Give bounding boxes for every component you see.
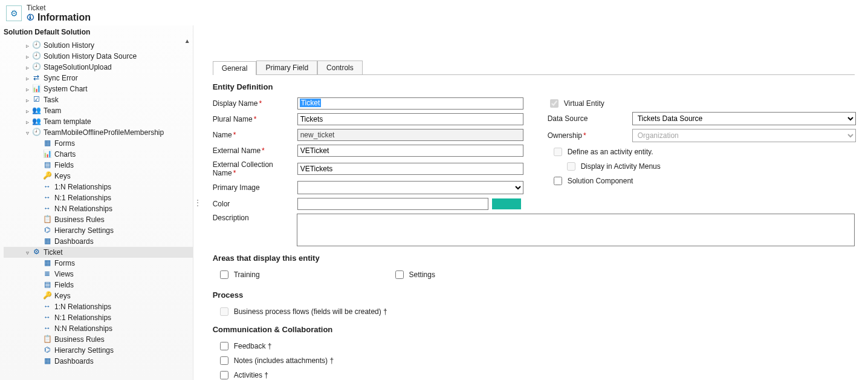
tree-item[interactable]: ↔N:1 Relationships <box>4 192 193 203</box>
tree-item-icon: 🕘 <box>31 62 41 72</box>
tree-item[interactable]: ▿⚙Ticket <box>4 247 193 258</box>
tree-item[interactable]: ▹📊System Chart <box>4 84 193 94</box>
external-coll-input[interactable] <box>297 163 523 175</box>
tree-item[interactable]: ↔N:N Relationships <box>4 323 193 334</box>
solution-component-checkbox[interactable] <box>554 177 562 185</box>
tree-item[interactable]: ↔1:N Relationships <box>4 301 193 312</box>
expand-icon[interactable]: ▹ <box>24 42 30 49</box>
tree-item[interactable]: 📋Business Rules <box>4 334 193 345</box>
tree-item[interactable]: ▹🕘Solution History <box>4 40 193 51</box>
tree-item[interactable]: ▤Fields <box>4 280 193 290</box>
tree-item-icon: ≣ <box>42 269 52 279</box>
bpf-label: Business process flows (fields will be c… <box>234 307 387 316</box>
tree-item-icon: ⌬ <box>42 346 52 355</box>
expand-icon[interactable]: ▹ <box>24 86 30 93</box>
expand-icon[interactable]: ▹ <box>24 119 30 125</box>
tree-item-label: 1:N Relationships <box>54 303 111 311</box>
collapse-caret-icon[interactable]: ▲ <box>184 38 190 44</box>
tree-item-icon: 📊 <box>31 84 41 94</box>
expand-icon[interactable]: ▹ <box>24 64 30 71</box>
tree-item[interactable]: 🔑Keys <box>4 171 193 182</box>
tree-item[interactable]: ⌬Hierarchy Settings <box>4 225 193 236</box>
tree-item-label: Hierarchy Settings <box>54 346 114 355</box>
tree-item[interactable]: ▹👥Team <box>4 105 193 116</box>
tree-item[interactable]: ↔1:N Relationships <box>4 182 193 192</box>
tree-item[interactable]: ▦Dashboards <box>4 356 193 367</box>
solution-component-label: Solution Component <box>568 177 633 185</box>
title-block: Ticket 🛈 Information <box>27 4 91 23</box>
entity-def-columns: Display Name* Ticket Plural Name* Name* … <box>213 97 855 214</box>
name-label: Name <box>213 131 232 139</box>
tree-item-icon: ↔ <box>42 313 52 323</box>
display-activity-menus-checkbox <box>567 162 575 171</box>
expand-icon[interactable]: ▿ <box>24 249 30 256</box>
display-name-input[interactable] <box>297 97 523 110</box>
training-checkbox[interactable] <box>220 270 228 279</box>
tree-item[interactable]: ≣Views <box>4 269 193 280</box>
tree-item[interactable]: ↔N:N Relationships <box>4 203 193 214</box>
tree-item-label: N:N Relationships <box>54 324 112 333</box>
tree-item[interactable]: ⌬Hierarchy Settings <box>4 345 193 356</box>
expand-icon[interactable]: ▹ <box>24 97 30 103</box>
tree-item[interactable]: ▦Dashboards <box>4 236 193 247</box>
tab-controls[interactable]: Controls <box>317 61 363 74</box>
expand-icon[interactable]: ▹ <box>24 108 30 114</box>
tree-item-label: Task <box>44 96 59 104</box>
tree-item[interactable]: ▿🕘TeamMobileOfflineProfileMembership <box>4 127 193 138</box>
description-textarea[interactable] <box>297 214 855 246</box>
tree-item[interactable]: ▹☑Task <box>4 94 193 105</box>
content-panel: GeneralPrimary FieldControls Entity Defi… <box>199 25 868 380</box>
tree-item[interactable]: ▹⇄Sync Error <box>4 73 193 84</box>
resize-handle-icon[interactable]: ⋮ <box>193 198 199 208</box>
color-swatch[interactable] <box>492 198 521 209</box>
settings-checkbox[interactable] <box>395 270 404 279</box>
data-source-select[interactable]: Tickets Data Source <box>632 112 856 125</box>
plural-name-input[interactable] <box>297 113 523 125</box>
tree-item-label: Solution History <box>44 41 94 50</box>
tree-item[interactable]: 📋Business Rules <box>4 214 193 225</box>
tree-item[interactable]: ▹🕘StageSolutionUpload <box>4 62 193 73</box>
tree-item-icon: ▦ <box>42 356 52 366</box>
tab-general[interactable]: General <box>213 61 257 75</box>
activities-label: Activities † <box>234 371 268 379</box>
tree-item-label: Business Rules <box>54 215 105 224</box>
tree-item-icon: ⚙ <box>31 247 41 257</box>
tree-item[interactable]: ▹👥Team template <box>4 116 193 127</box>
tree-item-label: Views <box>54 270 74 278</box>
tree-item-icon: 🕘 <box>31 41 41 50</box>
tree-item[interactable]: 📊Charts <box>4 149 193 160</box>
data-source-label: Data Source <box>548 114 588 123</box>
display-name-label: Display Name <box>213 99 258 108</box>
notes-checkbox[interactable] <box>220 356 228 365</box>
tree-item[interactable]: ▤Fields <box>4 160 193 171</box>
main-area: Solution Default Solution ▲ ▹🕘Solution H… <box>0 25 868 380</box>
entity-icon: ⚙ <box>6 5 22 21</box>
tree-item-icon: ▤ <box>42 280 52 290</box>
tree-item[interactable]: ▹🕘Solution History Data Source <box>4 51 193 62</box>
tree-item[interactable]: ↔N:1 Relationships <box>4 312 193 323</box>
external-coll-label: External Collection Name <box>213 160 273 177</box>
define-activity-checkbox <box>554 148 562 156</box>
tree-item-icon: 📋 <box>42 215 52 224</box>
virtual-entity-checkbox <box>550 99 559 108</box>
tree-item-icon: ⇄ <box>31 73 41 83</box>
tree-item-label: N:1 Relationships <box>54 313 111 322</box>
tree-item-label: Fields <box>54 281 74 289</box>
feedback-checkbox[interactable] <box>220 342 228 350</box>
tree-item-icon: 🕘 <box>31 128 41 137</box>
primary-image-select[interactable] <box>297 181 523 194</box>
expand-icon[interactable]: ▹ <box>24 75 30 82</box>
expand-icon[interactable]: ▿ <box>24 129 30 136</box>
tree-item[interactable]: ▦Forms <box>4 258 193 269</box>
tree-item[interactable]: ▦Forms <box>4 138 193 149</box>
color-input[interactable] <box>297 198 488 210</box>
expand-icon[interactable]: ▹ <box>24 53 30 60</box>
color-label: Color <box>213 200 230 208</box>
tree-item[interactable]: 🔑Keys <box>4 290 193 301</box>
tree-item-icon: ▤ <box>42 160 52 170</box>
external-name-input[interactable] <box>297 145 523 157</box>
activities-checkbox[interactable] <box>220 371 228 379</box>
sidebar: Solution Default Solution ▲ ▹🕘Solution H… <box>0 25 193 380</box>
tab-primary-field[interactable]: Primary Field <box>256 61 317 74</box>
nav-tree: ▹🕘Solution History▹🕘Solution History Dat… <box>0 39 193 373</box>
